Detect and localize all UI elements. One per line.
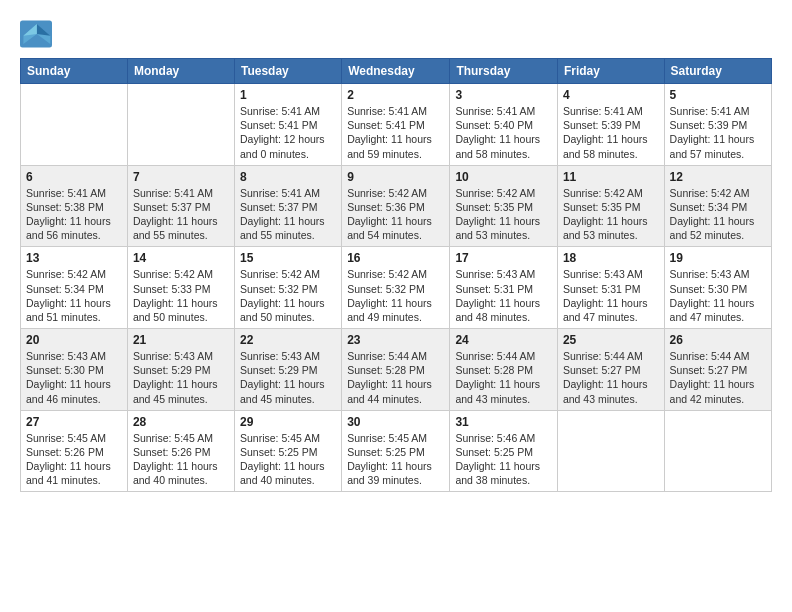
calendar-cell: 9Sunrise: 5:42 AM Sunset: 5:36 PM Daylig… [342, 165, 450, 247]
page: SundayMondayTuesdayWednesdayThursdayFrid… [0, 0, 792, 612]
calendar-cell: 2Sunrise: 5:41 AM Sunset: 5:41 PM Daylig… [342, 84, 450, 166]
day-number: 28 [133, 415, 229, 429]
day-info: Sunrise: 5:42 AM Sunset: 5:33 PM Dayligh… [133, 267, 229, 324]
calendar-cell: 10Sunrise: 5:42 AM Sunset: 5:35 PM Dayli… [450, 165, 558, 247]
calendar-week-row: 1Sunrise: 5:41 AM Sunset: 5:41 PM Daylig… [21, 84, 772, 166]
day-info: Sunrise: 5:42 AM Sunset: 5:35 PM Dayligh… [455, 186, 552, 243]
day-info: Sunrise: 5:45 AM Sunset: 5:26 PM Dayligh… [26, 431, 122, 488]
weekday-header-tuesday: Tuesday [234, 59, 341, 84]
day-number: 19 [670, 251, 766, 265]
day-info: Sunrise: 5:44 AM Sunset: 5:28 PM Dayligh… [455, 349, 552, 406]
calendar-cell: 12Sunrise: 5:42 AM Sunset: 5:34 PM Dayli… [664, 165, 771, 247]
day-info: Sunrise: 5:44 AM Sunset: 5:28 PM Dayligh… [347, 349, 444, 406]
weekday-header-friday: Friday [557, 59, 664, 84]
calendar-cell: 16Sunrise: 5:42 AM Sunset: 5:32 PM Dayli… [342, 247, 450, 329]
day-info: Sunrise: 5:42 AM Sunset: 5:34 PM Dayligh… [670, 186, 766, 243]
calendar-cell: 6Sunrise: 5:41 AM Sunset: 5:38 PM Daylig… [21, 165, 128, 247]
calendar-cell: 17Sunrise: 5:43 AM Sunset: 5:31 PM Dayli… [450, 247, 558, 329]
day-info: Sunrise: 5:43 AM Sunset: 5:31 PM Dayligh… [563, 267, 659, 324]
day-info: Sunrise: 5:45 AM Sunset: 5:25 PM Dayligh… [347, 431, 444, 488]
day-info: Sunrise: 5:41 AM Sunset: 5:38 PM Dayligh… [26, 186, 122, 243]
calendar-cell: 20Sunrise: 5:43 AM Sunset: 5:30 PM Dayli… [21, 329, 128, 411]
day-number: 10 [455, 170, 552, 184]
day-number: 18 [563, 251, 659, 265]
calendar-cell: 23Sunrise: 5:44 AM Sunset: 5:28 PM Dayli… [342, 329, 450, 411]
day-info: Sunrise: 5:41 AM Sunset: 5:37 PM Dayligh… [133, 186, 229, 243]
header [20, 16, 772, 48]
day-number: 29 [240, 415, 336, 429]
day-number: 21 [133, 333, 229, 347]
weekday-header-saturday: Saturday [664, 59, 771, 84]
calendar-cell: 26Sunrise: 5:44 AM Sunset: 5:27 PM Dayli… [664, 329, 771, 411]
day-info: Sunrise: 5:42 AM Sunset: 5:34 PM Dayligh… [26, 267, 122, 324]
calendar-week-row: 20Sunrise: 5:43 AM Sunset: 5:30 PM Dayli… [21, 329, 772, 411]
day-info: Sunrise: 5:41 AM Sunset: 5:40 PM Dayligh… [455, 104, 552, 161]
calendar-cell: 30Sunrise: 5:45 AM Sunset: 5:25 PM Dayli… [342, 410, 450, 492]
calendar-cell: 21Sunrise: 5:43 AM Sunset: 5:29 PM Dayli… [127, 329, 234, 411]
day-number: 11 [563, 170, 659, 184]
day-number: 30 [347, 415, 444, 429]
day-number: 13 [26, 251, 122, 265]
calendar-cell: 25Sunrise: 5:44 AM Sunset: 5:27 PM Dayli… [557, 329, 664, 411]
day-info: Sunrise: 5:42 AM Sunset: 5:36 PM Dayligh… [347, 186, 444, 243]
day-info: Sunrise: 5:44 AM Sunset: 5:27 PM Dayligh… [563, 349, 659, 406]
calendar-cell [557, 410, 664, 492]
day-number: 16 [347, 251, 444, 265]
weekday-header-monday: Monday [127, 59, 234, 84]
calendar-cell: 8Sunrise: 5:41 AM Sunset: 5:37 PM Daylig… [234, 165, 341, 247]
day-number: 15 [240, 251, 336, 265]
day-info: Sunrise: 5:41 AM Sunset: 5:39 PM Dayligh… [670, 104, 766, 161]
calendar-cell: 27Sunrise: 5:45 AM Sunset: 5:26 PM Dayli… [21, 410, 128, 492]
calendar-cell: 1Sunrise: 5:41 AM Sunset: 5:41 PM Daylig… [234, 84, 341, 166]
calendar-week-row: 27Sunrise: 5:45 AM Sunset: 5:26 PM Dayli… [21, 410, 772, 492]
day-number: 8 [240, 170, 336, 184]
day-info: Sunrise: 5:41 AM Sunset: 5:37 PM Dayligh… [240, 186, 336, 243]
calendar-cell: 15Sunrise: 5:42 AM Sunset: 5:32 PM Dayli… [234, 247, 341, 329]
calendar-cell: 13Sunrise: 5:42 AM Sunset: 5:34 PM Dayli… [21, 247, 128, 329]
calendar-cell: 31Sunrise: 5:46 AM Sunset: 5:25 PM Dayli… [450, 410, 558, 492]
day-number: 31 [455, 415, 552, 429]
day-info: Sunrise: 5:43 AM Sunset: 5:29 PM Dayligh… [240, 349, 336, 406]
day-number: 1 [240, 88, 336, 102]
day-number: 25 [563, 333, 659, 347]
day-number: 2 [347, 88, 444, 102]
day-info: Sunrise: 5:43 AM Sunset: 5:31 PM Dayligh… [455, 267, 552, 324]
calendar-cell: 18Sunrise: 5:43 AM Sunset: 5:31 PM Dayli… [557, 247, 664, 329]
day-info: Sunrise: 5:43 AM Sunset: 5:30 PM Dayligh… [26, 349, 122, 406]
day-info: Sunrise: 5:41 AM Sunset: 5:41 PM Dayligh… [347, 104, 444, 161]
day-info: Sunrise: 5:45 AM Sunset: 5:26 PM Dayligh… [133, 431, 229, 488]
calendar-cell: 29Sunrise: 5:45 AM Sunset: 5:25 PM Dayli… [234, 410, 341, 492]
day-number: 4 [563, 88, 659, 102]
calendar-cell: 5Sunrise: 5:41 AM Sunset: 5:39 PM Daylig… [664, 84, 771, 166]
calendar-table: SundayMondayTuesdayWednesdayThursdayFrid… [20, 58, 772, 492]
day-info: Sunrise: 5:46 AM Sunset: 5:25 PM Dayligh… [455, 431, 552, 488]
day-info: Sunrise: 5:43 AM Sunset: 5:30 PM Dayligh… [670, 267, 766, 324]
day-number: 9 [347, 170, 444, 184]
day-info: Sunrise: 5:41 AM Sunset: 5:39 PM Dayligh… [563, 104, 659, 161]
day-number: 3 [455, 88, 552, 102]
day-info: Sunrise: 5:42 AM Sunset: 5:32 PM Dayligh… [347, 267, 444, 324]
day-number: 7 [133, 170, 229, 184]
logo [20, 20, 56, 48]
weekday-header-thursday: Thursday [450, 59, 558, 84]
calendar-cell: 4Sunrise: 5:41 AM Sunset: 5:39 PM Daylig… [557, 84, 664, 166]
day-info: Sunrise: 5:42 AM Sunset: 5:35 PM Dayligh… [563, 186, 659, 243]
day-number: 12 [670, 170, 766, 184]
day-number: 6 [26, 170, 122, 184]
calendar-week-row: 13Sunrise: 5:42 AM Sunset: 5:34 PM Dayli… [21, 247, 772, 329]
calendar-cell: 22Sunrise: 5:43 AM Sunset: 5:29 PM Dayli… [234, 329, 341, 411]
calendar-cell: 24Sunrise: 5:44 AM Sunset: 5:28 PM Dayli… [450, 329, 558, 411]
weekday-header-row: SundayMondayTuesdayWednesdayThursdayFrid… [21, 59, 772, 84]
calendar-cell: 3Sunrise: 5:41 AM Sunset: 5:40 PM Daylig… [450, 84, 558, 166]
calendar-week-row: 6Sunrise: 5:41 AM Sunset: 5:38 PM Daylig… [21, 165, 772, 247]
weekday-header-sunday: Sunday [21, 59, 128, 84]
day-number: 23 [347, 333, 444, 347]
calendar-cell [127, 84, 234, 166]
day-info: Sunrise: 5:42 AM Sunset: 5:32 PM Dayligh… [240, 267, 336, 324]
calendar-cell: 19Sunrise: 5:43 AM Sunset: 5:30 PM Dayli… [664, 247, 771, 329]
calendar-cell: 28Sunrise: 5:45 AM Sunset: 5:26 PM Dayli… [127, 410, 234, 492]
day-info: Sunrise: 5:43 AM Sunset: 5:29 PM Dayligh… [133, 349, 229, 406]
day-number: 22 [240, 333, 336, 347]
day-number: 5 [670, 88, 766, 102]
calendar-cell [664, 410, 771, 492]
